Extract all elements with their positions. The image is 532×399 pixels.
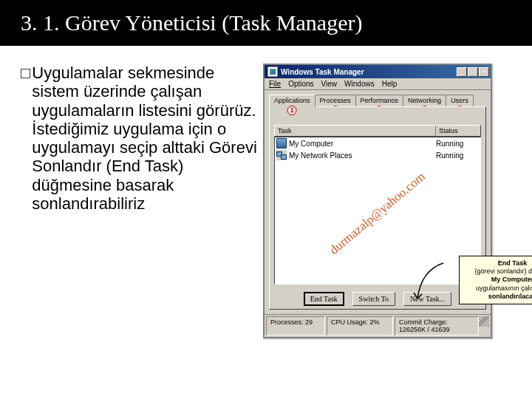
tab-users[interactable]: Users5 <box>446 95 474 106</box>
watermark-text: durmazalp@yahoo.com <box>327 169 428 258</box>
slide-title-band: 3. 1. Görev Yöneticisi (Task Manager) <box>0 0 532 46</box>
end-task-button[interactable]: End Task <box>304 292 344 306</box>
task-list[interactable]: My Computer Running My Network Places Ru… <box>274 137 481 284</box>
network-icon <box>276 150 287 160</box>
tab-performance[interactable]: Performance3 <box>355 95 404 106</box>
maximize-button[interactable]: □ <box>468 67 478 77</box>
tab-processes[interactable]: Processes2 <box>315 95 356 106</box>
col-task[interactable]: Task <box>275 126 436 136</box>
new-task-button[interactable]: New Task... <box>403 292 451 306</box>
resize-grip-icon[interactable] <box>479 316 489 327</box>
switch-to-button[interactable]: Switch To <box>352 292 396 306</box>
body-paragraph: Uygulamalar sekmesinde sistem üzerinde ç… <box>32 64 257 213</box>
minimize-button[interactable]: _ <box>457 67 467 77</box>
annotation-1: 1 <box>287 106 297 115</box>
tab-applications[interactable]: Applications1 <box>269 95 316 107</box>
list-item[interactable]: My Network Places Running <box>275 149 480 161</box>
menu-options[interactable]: Options <box>288 80 313 88</box>
list-item[interactable]: My Computer Running <box>275 137 480 149</box>
button-row: End Task Switch To New Task... <box>270 284 485 309</box>
callout-tooltip: End Task (görevi sonlandır) dersek, My C… <box>459 256 532 304</box>
status-processes: Processes: 29 <box>266 316 325 335</box>
menubar: File Options View Windows Help <box>265 78 491 90</box>
tooltip-title: End Task <box>498 259 527 267</box>
titlebar[interactable]: Windows Task Manager _ □ × <box>265 65 491 78</box>
slide-title: 3. 1. Görev Yöneticisi (Task Manager) <box>21 10 511 35</box>
app-icon <box>267 66 278 77</box>
window-title: Windows Task Manager <box>281 68 457 76</box>
status-cpu: CPU Usage: 2% <box>327 316 393 335</box>
menu-windows[interactable]: Windows <box>344 80 375 88</box>
close-button[interactable]: × <box>479 67 489 77</box>
left-text-column: □ Uygulamalar sekmesinde sistem üzerinde… <box>21 64 257 338</box>
tab-networking[interactable]: Networking4 <box>403 95 446 106</box>
menu-help[interactable]: Help <box>382 80 398 88</box>
screenshot-panel: Windows Task Manager _ □ × File Options … <box>263 64 520 338</box>
tab-strip: Applications1 Processes2 Performance3 Ne… <box>265 90 491 106</box>
slide-content: □ Uygulamalar sekmesinde sistem üzerinde… <box>0 46 532 338</box>
col-status[interactable]: Status <box>436 126 480 136</box>
computer-icon <box>276 138 287 149</box>
column-headers: Task Status <box>274 125 481 137</box>
menu-view[interactable]: View <box>321 80 338 88</box>
bullet-icon: □ <box>21 65 30 214</box>
statusbar: Processes: 29 CPU Usage: 2% Commit Charg… <box>265 314 491 337</box>
menu-file[interactable]: File <box>269 80 281 88</box>
tab-panel: Task Status My Computer Running My Netwo… <box>269 106 486 310</box>
task-manager-window: Windows Task Manager _ □ × File Options … <box>263 64 492 338</box>
status-commit: Commit Charge: 126256K / 41639 <box>395 316 479 335</box>
